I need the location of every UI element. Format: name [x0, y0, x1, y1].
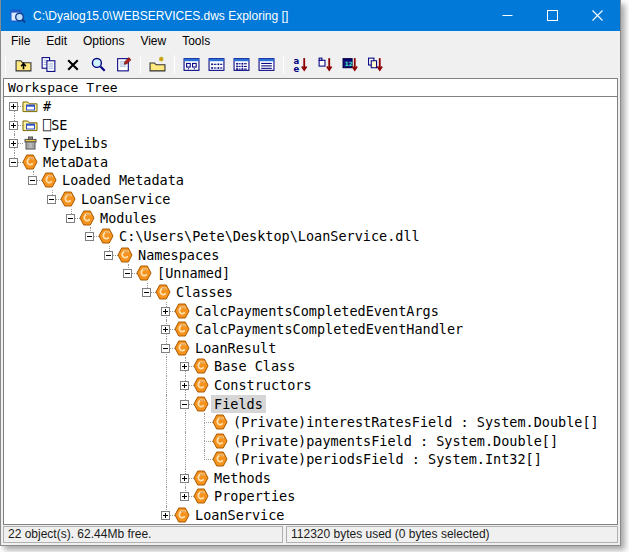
tree-item-label[interactable]: Modules	[97, 209, 160, 228]
tree-expand-button[interactable]	[180, 474, 189, 483]
tree-collapse-button[interactable]	[28, 176, 37, 185]
tree-item-label[interactable]: TypeLibs	[40, 134, 111, 153]
tree-item-label[interactable]: CalcPaymentsCompletedEventArgs	[192, 302, 442, 321]
view-details-icon	[258, 56, 275, 73]
window-title: C:\Dyalog15.0\WEBSERVICES.dws Exploring …	[33, 9, 485, 23]
tree-row[interactable]: (Private)paymentsField : System.Double[]	[4, 432, 617, 451]
tree-item-label[interactable]: Base Class	[211, 357, 298, 376]
close-button[interactable]	[575, 0, 620, 31]
tree-collapse-button[interactable]	[104, 251, 113, 260]
tree-collapse-button[interactable]	[161, 344, 170, 353]
status-bar: 22 object(s). 62.44Mb free. 112320 bytes…	[1, 525, 620, 545]
tree-item-label[interactable]: (Private)interestRatesField : System.Dou…	[230, 413, 602, 432]
view-small-icons-button[interactable]	[205, 53, 228, 76]
toolbar-separator	[174, 55, 175, 74]
tree-row[interactable]: CalcPaymentsCompletedEventHandler	[4, 320, 617, 339]
tree-row[interactable]: Methods	[4, 469, 617, 488]
tree-row[interactable]: Base Class	[4, 357, 617, 376]
sort-by-size-button[interactable]	[314, 53, 337, 76]
tree-row[interactable]: Constructors	[4, 376, 617, 395]
tree-row[interactable]: Loaded Metadata	[4, 171, 617, 190]
tree-item-label[interactable]: ⎕SE	[40, 116, 70, 135]
tree-row[interactable]: Namespaces	[4, 246, 617, 265]
tree-row[interactable]: #	[4, 97, 617, 116]
tree-expand-button[interactable]	[180, 362, 189, 371]
tree-row[interactable]: MetaData	[4, 153, 617, 172]
tree-row[interactable]: [Unnamed]	[4, 264, 617, 283]
menu-file[interactable]: File	[3, 32, 38, 50]
up-one-level-button[interactable]	[12, 53, 35, 76]
tree-collapse-button[interactable]	[123, 269, 132, 278]
tree-expand-button[interactable]	[161, 511, 170, 520]
tree-item-label[interactable]: Namespaces	[135, 246, 222, 265]
sort-by-type-button[interactable]	[364, 53, 387, 76]
tree-collapse-button[interactable]	[47, 195, 56, 204]
tree-row[interactable]: Modules	[4, 209, 617, 228]
tree-row[interactable]: Fields	[4, 395, 617, 414]
tree-expand-button[interactable]	[180, 492, 189, 501]
tree-collapse-button[interactable]	[66, 214, 75, 223]
toolbar-separator	[140, 55, 141, 74]
view-details-button[interactable]	[255, 53, 278, 76]
toolbar-gripper[interactable]	[5, 55, 6, 75]
tree-item-label[interactable]: Methods	[211, 469, 274, 488]
menu-edit[interactable]: Edit	[38, 32, 75, 50]
tree-collapse-button[interactable]	[9, 158, 18, 167]
tree-row[interactable]: LoanService	[4, 190, 617, 209]
tree-item-label[interactable]: LoanService	[78, 190, 173, 209]
minimize-button[interactable]	[485, 0, 530, 31]
tree-row[interactable]: ⎕SE	[4, 116, 617, 135]
tree-guide-line	[166, 469, 167, 488]
tree-item-label[interactable]: (Private)periodsField : System.Int32[]	[230, 450, 545, 469]
tree-item-label[interactable]: LoanService	[192, 506, 287, 524]
tree-row[interactable]: Properties	[4, 487, 617, 506]
tree-item-label-selected[interactable]: Fields	[211, 395, 266, 414]
tree-item-label[interactable]: Constructors	[211, 376, 315, 395]
tree-expand-button[interactable]	[180, 381, 189, 390]
search-button[interactable]	[87, 53, 110, 76]
metadata-icon	[193, 396, 209, 412]
tree-row[interactable]: LoanResult	[4, 339, 617, 358]
tree-expand-button[interactable]	[9, 121, 18, 130]
tree-expand-button[interactable]	[9, 139, 18, 148]
tree-item-label[interactable]: C:\Users\Pete\Desktop\LoanService.dll	[116, 227, 423, 246]
tree-item-label[interactable]: Properties	[211, 487, 298, 506]
properties-button[interactable]	[112, 53, 135, 76]
tree-row[interactable]: CalcPaymentsCompletedEventArgs	[4, 302, 617, 321]
copy-button[interactable]	[37, 53, 60, 76]
tree-item-label[interactable]: Loaded Metadata	[59, 171, 187, 190]
tree-expand-button[interactable]	[161, 325, 170, 334]
menu-options[interactable]: Options	[75, 32, 132, 50]
tree-expand-button[interactable]	[9, 102, 18, 111]
tree-expand-button[interactable]	[161, 307, 170, 316]
tree-item-label[interactable]: (Private)paymentsField : System.Double[]	[230, 432, 561, 451]
sort-by-type-icon	[367, 56, 384, 73]
tree-item-label[interactable]: Classes	[173, 283, 236, 302]
view-list-button[interactable]	[230, 53, 253, 76]
view-large-icons-button[interactable]	[180, 53, 203, 76]
tree-row[interactable]: TypeLibs	[4, 134, 617, 153]
menu-view[interactable]: View	[132, 32, 174, 50]
tree-collapse-button[interactable]	[180, 400, 189, 409]
sort-by-date-button[interactable]	[339, 53, 362, 76]
sort-by-name-button[interactable]	[289, 53, 312, 76]
tree-row[interactable]: Classes	[4, 283, 617, 302]
tree-collapse-button[interactable]	[85, 232, 94, 241]
tree-row[interactable]: (Private)periodsField : System.Int32[]	[4, 450, 617, 469]
new-namespace-button[interactable]	[146, 53, 169, 76]
menu-tools[interactable]: Tools	[174, 32, 218, 50]
delete-button[interactable]	[62, 53, 85, 76]
tree-item-label[interactable]: CalcPaymentsCompletedEventHandler	[192, 320, 466, 339]
maximize-button[interactable]	[530, 0, 575, 31]
tree-connector-line	[204, 423, 205, 432]
tree-item-label[interactable]: MetaData	[40, 153, 111, 172]
tree-collapse-button[interactable]	[142, 288, 151, 297]
tree-item-label[interactable]: [Unnamed]	[154, 264, 233, 283]
tree-guide-line	[166, 487, 167, 506]
tree-row[interactable]: C:\Users\Pete\Desktop\LoanService.dll	[4, 227, 617, 246]
tree-row[interactable]: LoanService	[4, 506, 617, 524]
tree-item-label[interactable]: LoanResult	[192, 339, 279, 358]
tree-row[interactable]: (Private)interestRatesField : System.Dou…	[4, 413, 617, 432]
tree-guide-line	[185, 432, 186, 451]
tree-item-label[interactable]: #	[40, 97, 54, 116]
